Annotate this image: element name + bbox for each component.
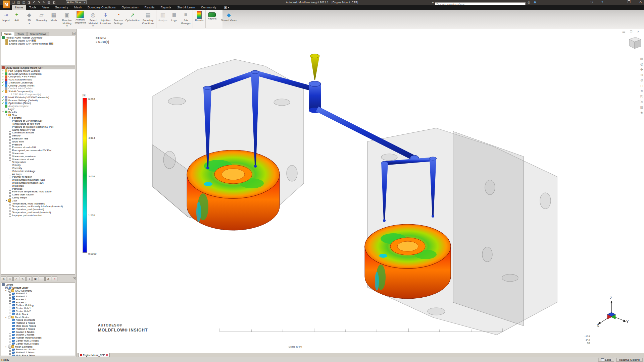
help-icon[interactable]: ? [601, 0, 603, 4]
pan-icon[interactable]: ✥ [640, 67, 643, 72]
flow-result[interactable]: Polymer fill region [1, 175, 75, 178]
select-material-button[interactable]: ◎Select Material ▾ [87, 10, 99, 28]
3d-button[interactable]: ◆3D ▾ [24, 10, 35, 25]
checkbox[interactable] [5, 287, 8, 289]
ribbon-tab-tools[interactable]: Tools [26, 5, 39, 10]
cool-result[interactable]: Temperature, mold (transient) [1, 202, 75, 205]
flow-result[interactable]: Extension rate [1, 137, 75, 140]
zoom-window-icon[interactable]: ◻ [640, 83, 643, 88]
ribbon-tab-results[interactable]: Results [142, 5, 158, 10]
checkbox[interactable] [9, 325, 11, 327]
layers-assign-icon[interactable]: ✎ [20, 277, 26, 281]
checkbox[interactable] [9, 170, 11, 172]
ribbon-tab-boundary-conditions[interactable]: Boundary Conditions [85, 5, 119, 10]
flow-result[interactable]: Pathlines [1, 187, 75, 190]
checkbox[interactable] [9, 185, 11, 187]
flow-result[interactable]: Pressure [1, 143, 75, 146]
checkbox[interactable] [9, 214, 11, 217]
layer-row[interactable]: Center Hub 1 Nodes [1, 339, 75, 342]
layer-row[interactable]: Platten2 2 Tetras [1, 351, 75, 354]
mesh-button[interactable]: ▦Mesh [48, 10, 59, 22]
document-tab[interactable]: Engine Mount_CFP ✕ [78, 353, 110, 357]
checkbox[interactable] [9, 173, 11, 175]
cool-result[interactable]: Temperature, part insert (transient) [1, 211, 75, 214]
add-button[interactable]: +Add [11, 10, 22, 22]
layer-row[interactable]: Platten2 1 Nodes [1, 321, 75, 324]
flow-result[interactable]: Conversion at node [1, 131, 75, 134]
checkbox[interactable] [9, 176, 11, 178]
checkbox[interactable] [9, 129, 11, 131]
flow-folder[interactable]: ▼Flow [1, 114, 75, 117]
layer-row[interactable]: Bracket 1 Nodes [1, 330, 75, 334]
minimize-button[interactable]: − [617, 0, 619, 4]
checkbox[interactable] [9, 120, 11, 122]
results-button[interactable]: Results [194, 10, 205, 22]
layer-row[interactable]: Bracket 2 [1, 301, 75, 304]
layer-row[interactable]: Center Hub 1 [1, 307, 75, 310]
study-task[interactable]: Analysis complete [1, 105, 75, 108]
checkbox[interactable] [9, 123, 11, 125]
checkbox[interactable] [9, 304, 11, 306]
ribbon-tab-home[interactable]: Home [12, 5, 26, 10]
layers-activate-icon[interactable]: ✓ [13, 277, 19, 281]
layer-row[interactable]: Nodes on circuits [1, 319, 75, 322]
layer-folder[interactable]: ▾CAD Geometry [1, 289, 75, 292]
checkbox[interactable] [9, 337, 11, 339]
ribbon-tab-mesh[interactable]: Mesh [71, 5, 85, 10]
checkbox[interactable] [9, 301, 11, 304]
ribbon-tab-community[interactable]: Community [198, 5, 219, 10]
study-task[interactable]: 3 CAD Mold Component(s) [1, 93, 75, 96]
checkbox[interactable] [9, 134, 11, 137]
layer-row[interactable]: Platten2 2 [1, 295, 75, 298]
flow-result[interactable]: Shear rate [1, 152, 75, 155]
checkbox[interactable] [8, 289, 10, 292]
layer-row[interactable]: Default Layer [1, 286, 75, 289]
shading-icon[interactable]: ▦ [640, 105, 643, 109]
search-go-icon[interactable]: ◎ [528, 0, 530, 4]
checkbox[interactable] [9, 137, 11, 140]
close-button[interactable]: ✕ [639, 0, 642, 4]
ribbon-tab-view[interactable]: View [39, 5, 52, 10]
checkbox[interactable] [9, 307, 11, 309]
study-node-2[interactable]: Engine Mount_CFP (lower fill time) [1, 42, 75, 45]
flow-result[interactable]: Density [1, 134, 75, 137]
flow-result[interactable]: Weld lines [1, 184, 75, 187]
cool-result[interactable]: Improper part-mold contact [1, 214, 75, 217]
flow-result[interactable]: Cavity weight [1, 196, 75, 199]
sign-in-icon[interactable]: ☗ [534, 0, 536, 4]
logs-status-button[interactable]: Logs [598, 358, 614, 362]
checkbox[interactable] [9, 354, 11, 356]
mdi-window-controls[interactable]: ▬ ❐ ✕ [623, 30, 641, 33]
checkbox[interactable] [9, 351, 11, 354]
checkbox[interactable] [8, 316, 10, 318]
checkbox[interactable] [9, 152, 11, 155]
previous-view-icon[interactable]: ⇱ [640, 94, 643, 99]
layers-root[interactable]: Layers [1, 283, 75, 286]
layer-row[interactable]: Beams on circuits [1, 348, 75, 351]
layer-row[interactable]: Platten2 1 [1, 292, 75, 295]
logs-button[interactable]: ≣Logs [169, 10, 180, 22]
layers-panel-close-icon[interactable]: × [73, 277, 76, 280]
expand-caret-icon[interactable]: ▾ [5, 316, 8, 318]
flow-result[interactable]: Velocity [1, 164, 75, 167]
orbit-icon[interactable]: ◎ [640, 62, 643, 66]
expand-caret-icon[interactable]: ▼ [2, 111, 5, 113]
checkbox[interactable] [9, 131, 11, 134]
document-tab-close-icon[interactable]: ✕ [106, 354, 108, 357]
layers-move-icon[interactable]: ➔ [26, 277, 32, 281]
layer-row[interactable]: Mold Block [1, 313, 75, 316]
layer-row[interactable]: Center Hub 2 Nodes [1, 342, 75, 345]
checkbox[interactable] [9, 190, 11, 193]
checkbox[interactable] [9, 295, 11, 298]
ribbon-tab-geometry[interactable]: Geometry [52, 5, 71, 10]
select-icon[interactable]: ▤ [640, 57, 643, 61]
optimization-button[interactable]: ↗Optimization [124, 10, 141, 22]
layer-row[interactable]: Bracket 2 Nodes [1, 334, 75, 337]
checkbox[interactable] [9, 340, 11, 342]
checkbox[interactable] [9, 322, 11, 324]
study-node-1[interactable]: Engine Mount_CFP [1, 39, 75, 42]
flow-result[interactable]: Air traps [1, 173, 75, 176]
checkbox[interactable] [9, 334, 11, 336]
checkbox[interactable] [9, 328, 11, 330]
layer-row[interactable]: Bracket 1 [1, 298, 75, 301]
